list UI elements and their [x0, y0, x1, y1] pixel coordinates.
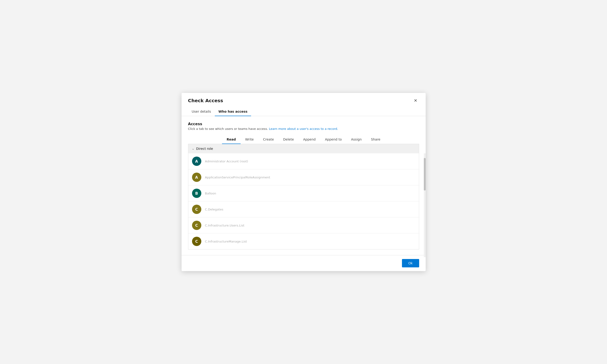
dialog-body: Access Click a tab to see which users or… — [182, 116, 426, 255]
perm-tab-create[interactable]: Create — [258, 135, 279, 144]
main-tabs: User details Who has access — [182, 107, 426, 116]
user-name: C.InfrastructureManage.List — [205, 240, 247, 243]
tab-user-details[interactable]: User details — [188, 107, 215, 116]
avatar: A — [192, 156, 201, 166]
check-access-dialog: Check Access ✕ User details Who has acce… — [182, 93, 426, 271]
perm-tab-delete[interactable]: Delete — [279, 135, 298, 144]
user-name: ApplicationServicePrincipalRoleAssignmen… — [205, 176, 270, 179]
perm-tab-read[interactable]: Read — [222, 135, 241, 144]
perm-tab-share[interactable]: Share — [366, 135, 385, 144]
access-title: Access — [188, 122, 419, 126]
user-row: C C.Delegates — [188, 201, 419, 217]
avatar: C — [192, 237, 201, 246]
user-row: C C.Infrastructure.Users.List — [188, 217, 419, 234]
learn-more-link[interactable]: Learn more about a user's access to a re… — [269, 127, 338, 130]
tab-who-has-access[interactable]: Who has access — [215, 107, 251, 116]
user-row: B Balloon — [188, 185, 419, 201]
scrollbar-track — [424, 153, 426, 257]
user-name: C.Delegates — [205, 208, 223, 211]
avatar: C — [192, 221, 201, 230]
avatar: B — [192, 189, 201, 198]
user-row: C C.InfrastructureManage.List — [188, 234, 419, 249]
dialog-title: Check Access — [188, 98, 223, 103]
chevron-icon: ⌄ — [192, 147, 194, 150]
user-name: C.Infrastructure.Users.List — [205, 224, 244, 227]
dialog-footer: Ok — [182, 255, 426, 271]
perm-tab-write[interactable]: Write — [241, 135, 258, 144]
user-name: Balloon — [205, 192, 216, 195]
user-name: Administrator Account (root) — [205, 160, 248, 163]
permission-tabs: Read Write Create Delete Append Append t… — [188, 135, 419, 144]
close-button[interactable]: ✕ — [412, 98, 419, 104]
ok-button[interactable]: Ok — [402, 259, 419, 267]
dialog-header: Check Access ✕ — [182, 93, 426, 104]
user-row: A Administrator Account (root) — [188, 153, 419, 169]
avatar: C — [192, 205, 201, 214]
content-area: ⌄ Direct role A Administrator Account (r… — [188, 144, 419, 249]
direct-role-section-header[interactable]: ⌄ Direct role — [188, 144, 419, 153]
access-description: Click a tab to see which users or teams … — [188, 127, 419, 130]
perm-tab-append-to[interactable]: Append to — [320, 135, 346, 144]
scrollbar-thumb[interactable] — [424, 158, 426, 191]
perm-tab-assign[interactable]: Assign — [346, 135, 366, 144]
perm-tab-append[interactable]: Append — [298, 135, 320, 144]
direct-role-label: Direct role — [196, 147, 213, 151]
user-row: A ApplicationServicePrincipalRoleAssignm… — [188, 169, 419, 185]
avatar: A — [192, 173, 201, 182]
